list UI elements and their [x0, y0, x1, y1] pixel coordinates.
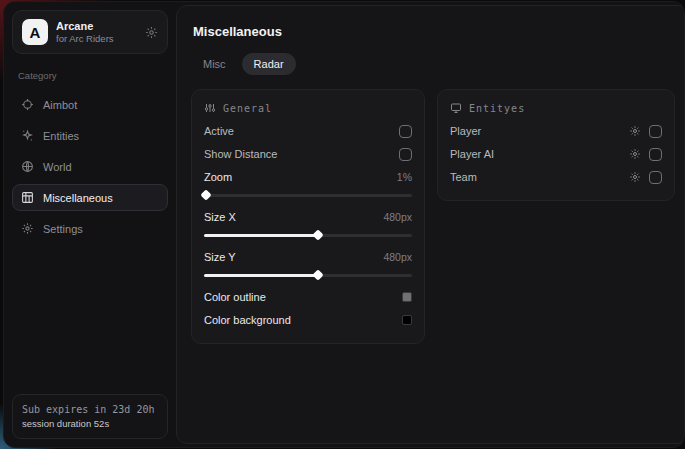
- grid-icon: [21, 191, 34, 204]
- sidebar-item-label: Settings: [43, 223, 83, 235]
- row-label: Color outline: [204, 291, 266, 303]
- row-team: Team: [450, 166, 662, 188]
- size-y-slider[interactable]: [204, 270, 412, 280]
- row-show-distance: Show Distance: [204, 143, 412, 165]
- panels-row: General Active Show Distance Zoom 1%: [191, 89, 675, 344]
- sidebar-item-world[interactable]: World: [12, 153, 168, 180]
- team-gear-icon[interactable]: [629, 171, 641, 183]
- panel-general: General Active Show Distance Zoom 1%: [191, 89, 425, 344]
- sidebar-item-label: Miscellaneous: [43, 192, 113, 204]
- zoom-value: 1%: [397, 171, 412, 183]
- row-size-x: Size X 480px: [204, 206, 412, 228]
- sidebar-item-miscellaneous[interactable]: Miscellaneous: [12, 184, 168, 211]
- category-label: Category: [18, 70, 168, 81]
- sidebar-item-settings[interactable]: Settings: [12, 215, 168, 242]
- row-label: Size X: [204, 211, 236, 223]
- row-label: Color background: [204, 314, 291, 326]
- app-logo: A: [22, 19, 48, 45]
- page-title: Miscellaneous: [193, 24, 675, 39]
- sparkle-icon: [21, 129, 34, 142]
- brand-text: Arcane for Arc Riders: [56, 20, 137, 45]
- row-label: Show Distance: [204, 148, 277, 160]
- sidebar-item-entities[interactable]: Entities: [12, 122, 168, 149]
- row-label: Zoom: [204, 171, 232, 183]
- globe-icon: [21, 160, 34, 173]
- tab-misc[interactable]: Misc: [191, 53, 238, 75]
- main-content: Miscellaneous Misc Radar General: [176, 5, 685, 444]
- panel-general-title: General: [223, 103, 272, 114]
- monitor-icon: [450, 102, 462, 114]
- active-checkbox[interactable]: [399, 125, 412, 138]
- player-checkbox[interactable]: [649, 125, 662, 138]
- row-player-ai: Player AI: [450, 143, 662, 165]
- size-y-slider-thumb[interactable]: [313, 269, 324, 280]
- color-outline-swatch[interactable]: [402, 292, 412, 302]
- brand-gear-icon[interactable]: [145, 26, 158, 39]
- panel-general-header: General: [204, 102, 412, 114]
- sidebar-item-aimbot[interactable]: Aimbot: [12, 91, 168, 118]
- app-window: A Arcane for Arc Riders Category: [3, 1, 685, 448]
- sliders-icon: [204, 102, 216, 114]
- row-active: Active: [204, 120, 412, 142]
- row-label: Team: [450, 171, 477, 183]
- row-color-outline: Color outline: [204, 286, 412, 308]
- row-label: Player: [450, 125, 481, 137]
- player-ai-gear-icon[interactable]: [629, 148, 641, 160]
- panel-entities-title: Entityes: [469, 103, 525, 114]
- app-subtitle: for Arc Riders: [56, 33, 137, 44]
- panel-entities-header: Entityes: [450, 102, 662, 114]
- sidebar-item-label: Aimbot: [43, 99, 77, 111]
- tab-radar[interactable]: Radar: [242, 53, 296, 75]
- subscription-card: Sub expires in 23d 20h session duration …: [12, 394, 168, 439]
- row-label: Active: [204, 125, 234, 137]
- session-duration-text: session duration 52s: [22, 417, 158, 431]
- row-size-y: Size Y 480px: [204, 246, 412, 268]
- row-player: Player: [450, 120, 662, 142]
- row-label: Player AI: [450, 148, 494, 160]
- size-x-slider-thumb[interactable]: [313, 229, 324, 240]
- sub-expiry-text: Sub expires in 23d 20h: [22, 402, 158, 417]
- row-label: Size Y: [204, 251, 236, 263]
- sidebar-nav: Aimbot Entities World: [12, 91, 168, 242]
- show-distance-checkbox[interactable]: [399, 148, 412, 161]
- gear-icon: [21, 222, 34, 235]
- team-checkbox[interactable]: [649, 171, 662, 184]
- player-gear-icon[interactable]: [629, 125, 641, 137]
- tab-bar: Misc Radar: [191, 53, 675, 75]
- panel-entities: Entityes Player P: [437, 89, 675, 201]
- sidebar-item-label: World: [43, 161, 72, 173]
- row-zoom: Zoom 1%: [204, 166, 412, 188]
- app-name: Arcane: [56, 20, 137, 33]
- sidebar-item-label: Entities: [43, 130, 79, 142]
- sidebar: A Arcane for Arc Riders Category: [4, 2, 176, 447]
- size-x-slider[interactable]: [204, 230, 412, 240]
- row-color-background: Color background: [204, 309, 412, 331]
- size-x-value: 480px: [383, 211, 412, 223]
- color-background-swatch[interactable]: [402, 315, 412, 325]
- zoom-slider-thumb[interactable]: [200, 189, 211, 200]
- brand-card: A Arcane for Arc Riders: [12, 10, 168, 54]
- crosshair-icon: [21, 98, 34, 111]
- player-ai-checkbox[interactable]: [649, 148, 662, 161]
- size-y-value: 480px: [383, 251, 412, 263]
- zoom-slider[interactable]: [204, 190, 412, 200]
